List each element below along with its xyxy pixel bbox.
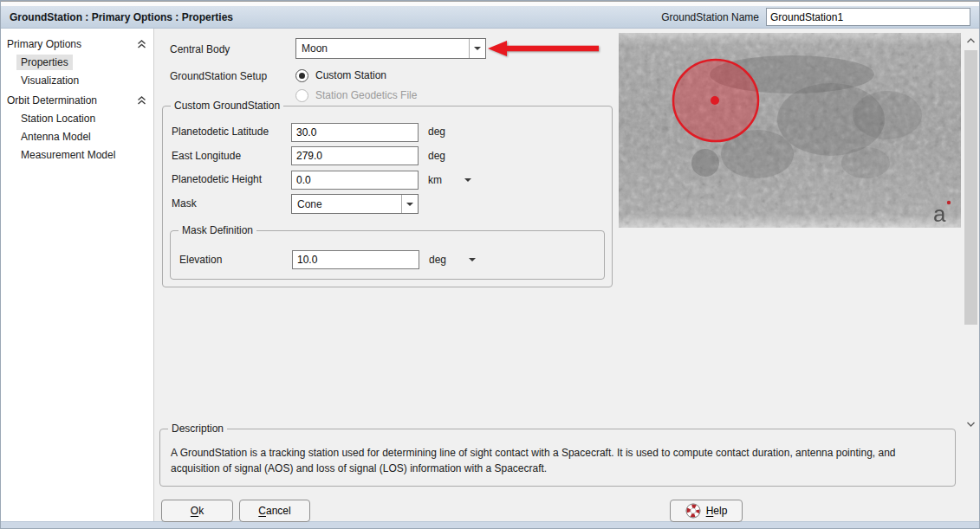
sidebar-item-label: Properties xyxy=(16,55,73,70)
groundstation-name-input[interactable] xyxy=(766,8,970,26)
description-text: A GroundStation is a tracking station us… xyxy=(160,429,955,476)
sidebar-item-measurement-model[interactable]: Measurement Model xyxy=(1,146,153,165)
ok-button[interactable]: Ok xyxy=(161,500,233,522)
mask-value: Cone xyxy=(292,198,401,210)
group-title: Mask Definition xyxy=(178,224,256,236)
cancel-button[interactable]: Cancel xyxy=(239,500,310,522)
sidebar-section-primary-options[interactable]: Primary Options xyxy=(1,34,153,54)
radio-label: Station Geodetics File xyxy=(315,89,417,101)
moon-map-preview: a xyxy=(619,33,961,228)
cancel-button-rest: ancel xyxy=(266,505,291,517)
planetodetic-height-label: Planetodetic Height xyxy=(172,173,262,185)
sidebar-item-label: Station Location xyxy=(16,111,100,126)
description-title: Description xyxy=(168,423,227,435)
scroll-up-button[interactable] xyxy=(964,33,978,48)
east-longitude-label: East Longitude xyxy=(172,150,241,162)
planetodetic-latitude-label: Planetodetic Latitude xyxy=(172,126,269,138)
east-longitude-input[interactable] xyxy=(291,146,419,165)
chevron-down-icon xyxy=(406,203,413,206)
latitude-unit-label: deg xyxy=(428,126,445,138)
mask-label: Mask xyxy=(172,197,197,210)
collapse-chevron-icon[interactable] xyxy=(137,40,146,48)
central-body-select[interactable]: Moon xyxy=(295,38,486,59)
scrollbar-thumb[interactable] xyxy=(964,50,977,325)
elevation-label: Elevation xyxy=(179,254,222,266)
description-group: Description A GroundStation is a trackin… xyxy=(159,429,956,487)
central-body-dropdown-button[interactable] xyxy=(469,39,485,58)
groundstation-properties-window: GroundStation : Primary Options : Proper… xyxy=(0,0,980,529)
sidebar-section-orbit-determination[interactable]: Orbit Determination xyxy=(1,90,153,110)
sidebar-item-antenna-model[interactable]: Antenna Model xyxy=(1,128,153,146)
sidebar-item-station-location[interactable]: Station Location xyxy=(1,110,153,128)
groundstation-setup-label: GroundStation Setup xyxy=(170,70,267,82)
sidebar-item-label: Measurement Model xyxy=(16,147,120,163)
planetodetic-latitude-input[interactable] xyxy=(291,123,419,142)
sidebar-item-properties[interactable]: Properties xyxy=(1,54,153,72)
chevron-down-icon xyxy=(464,178,471,182)
planetodetic-height-input[interactable] xyxy=(291,171,419,190)
station-marker-dot xyxy=(711,96,719,105)
vertical-scrollbar[interactable] xyxy=(964,33,978,431)
mask-dropdown-button[interactable] xyxy=(401,195,418,213)
radio-selected-icon xyxy=(295,69,308,82)
height-unit-label: km xyxy=(428,174,442,186)
central-body-label: Central Body xyxy=(170,43,230,55)
radio-unselected-icon xyxy=(295,89,308,102)
chevron-down-icon xyxy=(469,258,476,261)
longitude-unit-label: deg xyxy=(428,150,445,162)
central-body-value: Moon xyxy=(296,42,469,55)
moon-map-image: a xyxy=(619,33,961,228)
page-title: GroundStation : Primary Options : Proper… xyxy=(10,11,233,23)
mask-select[interactable]: Cone xyxy=(291,194,419,214)
mask-definition-group: Mask Definition Elevation deg xyxy=(170,230,605,280)
radio-station-geodetics-file: Station Geodetics File xyxy=(295,87,417,104)
window-footer-strip xyxy=(1,521,979,528)
sidebar-item-label: Antenna Model xyxy=(16,129,95,145)
collapse-chevron-icon[interactable] xyxy=(137,96,146,105)
help-button-rest: elp xyxy=(713,505,727,517)
sidebar-section-label: Orbit Determination xyxy=(7,94,137,106)
sidebar-item-visualization[interactable]: Visualization xyxy=(1,72,153,90)
height-unit-select[interactable]: km xyxy=(428,171,471,190)
ok-button-key: O xyxy=(191,505,198,517)
annotation-arrow-icon xyxy=(486,40,600,57)
group-title: Custom GroundStation xyxy=(171,100,283,112)
agi-logo-icon: a xyxy=(933,201,946,227)
sidebar-section-label: Primary Options xyxy=(7,38,137,50)
elevation-unit-label: deg xyxy=(429,254,446,266)
main-panel: Central Body Moon GroundStation Setup Cu… xyxy=(154,29,979,521)
chevron-down-icon xyxy=(474,47,481,50)
scroll-down-button[interactable] xyxy=(964,416,978,431)
cancel-button-key: C xyxy=(258,505,266,517)
elevation-unit-select[interactable]: deg xyxy=(429,250,476,269)
groundstation-name-label: GroundStation Name xyxy=(661,11,759,23)
help-button[interactable]: Help xyxy=(670,500,743,522)
sidebar: Primary Options Properties Visualization… xyxy=(1,29,154,521)
title-bar: GroundStation : Primary Options : Proper… xyxy=(1,6,979,29)
sidebar-item-label: Visualization xyxy=(16,73,83,88)
radio-custom-station[interactable]: Custom Station xyxy=(295,67,386,84)
custom-groundstation-group: Custom GroundStation Planetodetic Latitu… xyxy=(162,106,613,287)
ok-button-rest: k xyxy=(198,505,204,517)
life-ring-icon xyxy=(685,503,701,519)
elevation-input[interactable] xyxy=(292,250,419,269)
radio-label: Custom Station xyxy=(315,69,386,81)
